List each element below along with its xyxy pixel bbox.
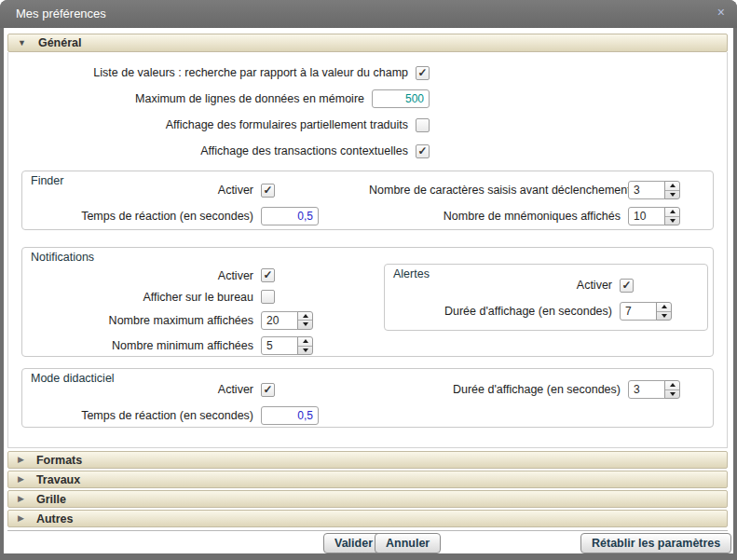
checkmark-icon: ✓ — [417, 145, 427, 157]
row-liste-valeurs: Liste de valeurs : recherche par rapport… — [8, 60, 430, 86]
spin-up-icon[interactable] — [298, 312, 312, 321]
alertes-group: Alertes Activer ✓ Durée d'affichage (en … — [384, 264, 708, 331]
row-alertes-activer: Activer ✓ — [392, 272, 672, 298]
didacticiel-activer-checkbox[interactable]: ✓ — [261, 383, 275, 397]
checkmark-icon: ✓ — [417, 67, 427, 78]
section-header-general[interactable]: ▼ Général — [7, 34, 728, 52]
notif-min-label: Nombre minimum affichées — [30, 339, 253, 352]
spin-up-icon[interactable] — [665, 208, 679, 216]
section-label: Général — [38, 36, 82, 49]
row-finder-caracteres: Nombre de caractères saisis avant déclen… — [369, 177, 680, 203]
spin-down-icon[interactable] — [665, 216, 679, 225]
row-notif-max: Nombre maximum affichées — [30, 307, 313, 333]
row-finder-temps: Temps de réaction (en secondes) — [30, 203, 319, 229]
finder-temps-input[interactable] — [261, 207, 319, 225]
spin-up-icon[interactable] — [665, 381, 679, 389]
spin-down-icon[interactable] — [665, 389, 679, 399]
didacticiel-right-column: Durée d'affichage (en secondes) — [369, 376, 680, 403]
finder-temps-label: Temps de réaction (en secondes) — [30, 210, 253, 223]
general-panel: Liste de valeurs : recherche par rapport… — [7, 52, 728, 448]
didacticiel-left-column: Activer ✓ Temps de réaction (en secondes… — [30, 376, 319, 429]
didacticiel-temps-input[interactable] — [261, 406, 319, 425]
section-label: Grille — [36, 493, 66, 506]
finder-caracteres-spinner — [628, 181, 680, 199]
notif-bureau-checkbox[interactable] — [261, 290, 275, 304]
finder-group: Finder Activer ✓ Temps de réaction (en s… — [21, 171, 714, 230]
notif-min-input[interactable] — [261, 336, 298, 355]
notif-activer-checkbox[interactable]: ✓ — [261, 268, 275, 282]
retablir-parametres-button[interactable]: Rétablir les paramètres — [580, 533, 731, 553]
section-label: Travaux — [36, 473, 80, 486]
finder-right-column: Nombre de caractères saisis avant déclen… — [369, 177, 680, 229]
notifications-group: Notifications Activer ✓ Afficher sur le … — [21, 247, 714, 357]
notif-max-label: Nombre maximum affichées — [30, 314, 253, 327]
spin-buttons — [656, 302, 672, 321]
max-lignes-label: Maximum de lignes de données en mémoire — [135, 92, 364, 105]
finder-mnemoniques-label: Nombre de mnémoniques affichés — [369, 210, 621, 223]
finder-activer-checkbox[interactable]: ✓ — [261, 184, 275, 198]
row-max-lignes: Maximum de lignes de données en mémoire — [8, 86, 430, 112]
didacticiel-group: Mode didacticiel Activer ✓ Temps de réac… — [21, 368, 714, 428]
didacticiel-activer-label: Activer — [30, 383, 253, 396]
close-icon[interactable]: × — [717, 6, 725, 19]
alertes-duree-label: Durée d'affichage (en secondes) — [392, 305, 612, 318]
section-header-autres[interactable]: ▶ Autres — [7, 510, 728, 527]
checkmark-icon: ✓ — [263, 184, 272, 196]
spin-up-icon[interactable] — [665, 182, 679, 190]
row-didacticiel-duree: Durée d'affichage (en secondes) — [369, 376, 680, 403]
spin-down-icon[interactable] — [665, 190, 679, 199]
didacticiel-duree-spinner — [628, 380, 680, 399]
row-notif-min: Nombre minimum affichées — [30, 333, 313, 359]
finder-activer-label: Activer — [30, 184, 253, 197]
row-didacticiel-temps: Temps de réaction (en secondes) — [30, 403, 319, 429]
chevron-right-icon: ▶ — [18, 475, 24, 484]
finder-caracteres-label: Nombre de caractères saisis avant déclen… — [369, 184, 621, 197]
notifications-group-title: Notifications — [31, 251, 94, 264]
transactions-label: Affichage des transactions contextuelles — [200, 144, 408, 157]
spin-down-icon[interactable] — [657, 311, 671, 321]
alertes-activer-checkbox[interactable]: ✓ — [620, 279, 634, 293]
chevron-down-icon: ▼ — [18, 39, 26, 48]
section-label: Autres — [36, 512, 74, 526]
annuler-button[interactable]: Annuler — [375, 533, 441, 553]
liste-valeurs-label: Liste de valeurs : recherche par rapport… — [93, 66, 408, 79]
spin-up-icon[interactable] — [657, 303, 671, 311]
notif-max-input[interactable] — [261, 311, 298, 330]
alertes-duree-input[interactable] — [620, 302, 657, 321]
alertes-column: Activer ✓ Durée d'affichage (en secondes… — [392, 272, 672, 324]
preferences-dialog: Mes préférences × ▼ Général Liste de val… — [0, 0, 737, 560]
general-top-rows: Liste de valeurs : recherche par rapport… — [8, 60, 430, 164]
spin-buttons — [664, 207, 680, 225]
finder-mnemoniques-spinner — [628, 207, 680, 225]
row-transactions: Affichage des transactions contextuelles… — [8, 138, 430, 164]
notif-max-spinner — [261, 311, 313, 330]
alertes-activer-label: Activer — [392, 279, 612, 292]
formulaires-checkbox[interactable] — [416, 118, 430, 132]
liste-valeurs-checkbox[interactable]: ✓ — [416, 66, 430, 80]
finder-caracteres-input[interactable] — [628, 181, 665, 199]
max-lignes-input[interactable] — [372, 89, 430, 108]
spin-buttons — [664, 181, 680, 199]
row-notif-bureau: Afficher sur le bureau — [30, 286, 313, 307]
checkmark-icon: ✓ — [621, 280, 631, 291]
titlebar: Mes préférences × — [0, 0, 737, 28]
chevron-right-icon: ▶ — [18, 514, 24, 523]
section-header-formats[interactable]: ▶ Formats — [7, 451, 728, 469]
spin-down-icon[interactable] — [298, 320, 312, 329]
spin-buttons — [664, 380, 680, 399]
spin-up-icon[interactable] — [298, 337, 312, 346]
didacticiel-duree-input[interactable] — [628, 380, 665, 399]
section-header-grille[interactable]: ▶ Grille — [7, 490, 728, 508]
section-header-travaux[interactable]: ▶ Travaux — [7, 471, 728, 488]
notif-bureau-label: Afficher sur le bureau — [30, 291, 253, 304]
spin-down-icon[interactable] — [298, 346, 312, 355]
didacticiel-temps-label: Temps de réaction (en secondes) — [30, 409, 253, 422]
formulaires-label: Affichage des formulaires partiellement … — [166, 118, 408, 131]
row-finder-mnemoniques: Nombre de mnémoniques affichés — [369, 203, 680, 229]
transactions-checkbox[interactable]: ✓ — [416, 144, 430, 158]
dialog-title: Mes préférences — [16, 7, 106, 20]
chevron-right-icon: ▶ — [18, 495, 24, 503]
finder-left-column: Activer ✓ Temps de réaction (en secondes… — [30, 177, 319, 229]
finder-mnemoniques-input[interactable] — [628, 207, 665, 225]
row-formulaires: Affichage des formulaires partiellement … — [8, 112, 430, 138]
